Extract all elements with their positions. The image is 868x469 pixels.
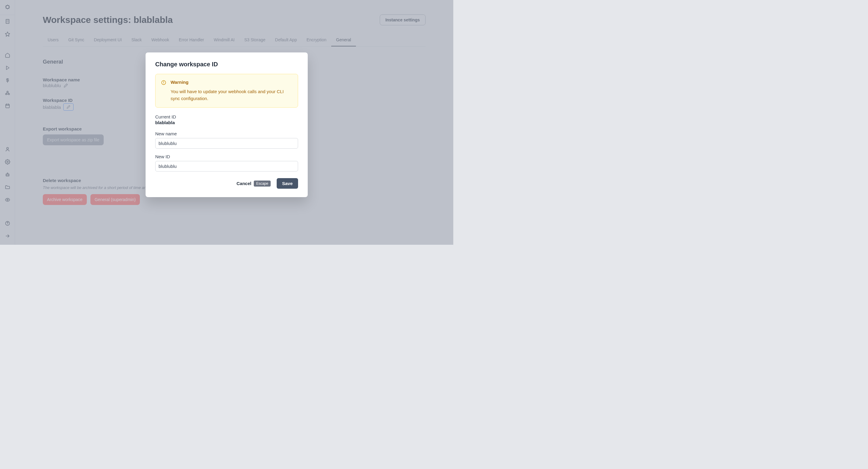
modal-title: Change workspace ID — [155, 61, 298, 68]
new-id-input[interactable] — [155, 161, 298, 171]
cancel-button[interactable]: Cancel Escape — [237, 181, 271, 187]
warning-body: You will have to update your webhook cal… — [170, 88, 292, 102]
change-workspace-id-modal: Change workspace ID Warning You will hav… — [146, 53, 308, 197]
escape-hint: Escape — [254, 181, 271, 187]
new-name-label: New name — [155, 131, 298, 136]
current-id-value: blablabla — [155, 120, 298, 125]
new-id-label: New ID — [155, 154, 298, 159]
modal-buttons: Cancel Escape Save — [155, 178, 298, 189]
warning-icon — [161, 80, 166, 85]
new-name-input[interactable] — [155, 138, 298, 149]
warning-title: Warning — [170, 80, 292, 85]
cancel-label: Cancel — [237, 181, 251, 186]
current-id-label: Current ID — [155, 114, 298, 119]
warning-box: Warning You will have to update your web… — [155, 74, 298, 107]
warning-text: Warning You will have to update your web… — [170, 80, 292, 102]
save-button[interactable]: Save — [277, 178, 298, 189]
